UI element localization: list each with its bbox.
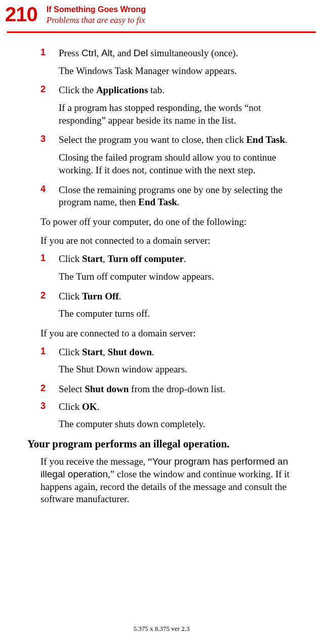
text: , and — [112, 48, 134, 58]
text: . — [97, 401, 99, 412]
bold-text: Turn Off — [82, 291, 119, 301]
text: , — [103, 253, 108, 264]
key-ctrl: Ctrl — [82, 48, 97, 58]
header-divider — [7, 31, 316, 33]
step-number: 1 — [41, 47, 59, 60]
text: tab. — [148, 85, 165, 95]
step-1: 1 Click Start, Turn off computer. — [41, 253, 303, 266]
step-result: Closing the failed program should allow … — [59, 151, 303, 176]
text: from the drop-down list. — [129, 384, 225, 394]
text: Click the — [59, 85, 96, 95]
step-text: Click Start, Shut down. — [59, 346, 303, 359]
text: Click — [59, 401, 82, 412]
step-3: 3 Click OK. — [41, 401, 303, 413]
step-text: Press Ctrl, Alt, and Del simultaneously … — [59, 47, 303, 60]
step-text: Click Start, Turn off computer. — [59, 253, 303, 266]
text: Select — [59, 384, 85, 394]
text: Click — [59, 347, 82, 357]
text: , — [103, 347, 108, 357]
step-number: 1 — [41, 253, 59, 266]
paragraph: If you are not connected to a domain ser… — [41, 235, 303, 247]
step-number: 3 — [41, 401, 59, 413]
step-result: The Turn off computer window appears. — [59, 271, 303, 283]
step-number: 1 — [41, 346, 59, 359]
text: . — [285, 134, 288, 145]
text: . — [184, 253, 186, 264]
bold-text: Start — [82, 347, 103, 357]
text: Select the program you want to close, th… — [59, 134, 246, 145]
step-result: If a program has stopped responding, the… — [59, 102, 303, 127]
text: Click — [59, 291, 82, 301]
text: simultaneously (once). — [148, 48, 238, 58]
topic-heading: Your program performs an illegal operati… — [27, 438, 303, 450]
step-result: The computer turns off. — [59, 308, 303, 320]
key-alt: Alt — [101, 48, 112, 58]
bold-text: Turn off computer — [108, 253, 184, 264]
step-text: Close the remaining programs one by one … — [59, 184, 303, 209]
step-result: The computer shuts down completely. — [59, 418, 303, 431]
step-number: 3 — [41, 134, 59, 146]
step-number: 2 — [41, 383, 59, 396]
page-number: 210 — [5, 4, 37, 24]
page-footer: 5.375 x 8.375 ver 2.3 — [0, 625, 323, 633]
step-3: 3 Select the program you want to close, … — [41, 134, 303, 146]
chapter-title: If Something Goes Wrong — [47, 5, 146, 14]
paragraph: To power off your computer, do one of th… — [41, 216, 303, 229]
step-text: Click OK. — [59, 401, 303, 413]
step-text: Select Shut down from the drop-down list… — [59, 383, 303, 396]
page-content: 1 Press Ctrl, Alt, and Del simultaneousl… — [0, 47, 323, 506]
key-del: Del — [134, 48, 148, 58]
bold-text: Start — [82, 253, 103, 264]
step-2: 2 Select Shut down from the drop-down li… — [41, 383, 303, 396]
text: . — [177, 197, 180, 207]
bold-text: Shut down — [108, 347, 152, 357]
paragraph: If you receive the message, “Your progra… — [41, 456, 303, 506]
step-text: Click Turn Off. — [59, 290, 303, 303]
step-1: 1 Click Start, Shut down. — [41, 346, 303, 359]
bold-text: End Task — [246, 134, 285, 145]
text: . — [152, 347, 154, 357]
text: . — [119, 291, 122, 301]
step-text: Select the program you want to close, th… — [59, 134, 303, 146]
step-number: 4 — [41, 184, 59, 209]
text: Press — [59, 48, 82, 58]
bold-text: OK — [82, 401, 97, 412]
bold-text: Applications — [96, 85, 148, 95]
bold-text: End Task — [138, 197, 177, 207]
step-2: 2 Click the Applications tab. — [41, 84, 303, 97]
step-4: 4 Close the remaining programs one by on… — [41, 184, 303, 209]
step-number: 2 — [41, 84, 59, 97]
step-text: Click the Applications tab. — [59, 84, 303, 97]
step-result: The Windows Task Manager window appears. — [59, 65, 303, 78]
step-1: 1 Press Ctrl, Alt, and Del simultaneousl… — [41, 47, 303, 60]
section-title: Problems that are easy to fix — [47, 15, 146, 25]
text: If you receive the message, “ — [41, 456, 152, 467]
page-header: 210 If Something Goes Wrong Problems tha… — [0, 0, 323, 31]
step-number: 2 — [41, 290, 59, 303]
header-text: If Something Goes Wrong Problems that ar… — [47, 4, 146, 25]
text: , — [96, 48, 101, 58]
paragraph: If you are connected to a domain server: — [41, 327, 303, 340]
text: Click — [59, 253, 82, 264]
step-result: The Shut Down window appears. — [59, 363, 303, 376]
step-2: 2 Click Turn Off. — [41, 290, 303, 303]
bold-text: Shut down — [85, 384, 129, 394]
